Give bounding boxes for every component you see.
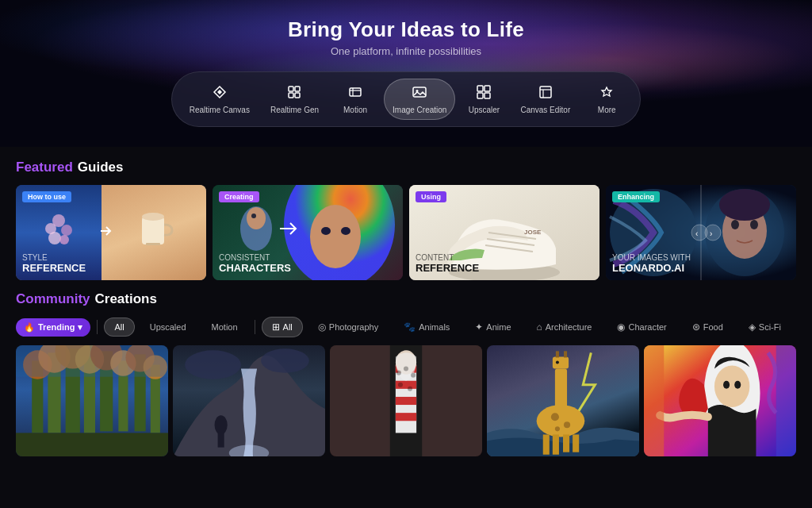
svg-rect-11 — [477, 93, 483, 98]
character-icon: ◉ — [617, 321, 625, 333]
svg-point-104 — [714, 366, 749, 408]
featured-rest: Guides — [78, 160, 124, 175]
svg-point-25 — [341, 227, 350, 235]
guide-tag: Creating — [219, 191, 259, 202]
svg-point-42 — [750, 220, 758, 229]
filter-divider — [97, 320, 98, 334]
trending-filter[interactable]: 🔥 Trending ▾ — [16, 318, 90, 337]
svg-point-83 — [396, 371, 401, 375]
svg-rect-91 — [556, 351, 559, 357]
filter-label: Food — [703, 322, 723, 332]
svg-rect-1 — [295, 87, 300, 91]
filter-food[interactable]: ⊛ Food — [682, 317, 733, 337]
guide-card-style-reference[interactable]: How to use STYLE REFERENCE — [16, 185, 206, 280]
canvas-editor-icon — [538, 84, 553, 102]
nav-pill-realtime-gen[interactable]: Realtime Gen — [262, 79, 327, 119]
community-accent: Community — [16, 291, 90, 307]
svg-point-17 — [48, 232, 61, 244]
svg-point-97 — [555, 426, 560, 431]
community-image-3[interactable] — [330, 345, 482, 456]
nav-pill-more[interactable]: More — [583, 79, 630, 119]
filter-character[interactable]: ◉ Character — [607, 317, 676, 337]
svg-rect-105 — [644, 345, 664, 456]
hero-section: Bring Your Ideas to Life One platform, i… — [0, 0, 812, 147]
nav-pill-label: Realtime Gen — [270, 106, 319, 114]
filter-upscaled[interactable]: Upscaled — [140, 318, 197, 337]
community-image-4[interactable] — [487, 345, 639, 456]
svg-point-108 — [734, 381, 741, 389]
scifi-icon: ◈ — [749, 321, 756, 333]
upscaler-icon — [476, 84, 492, 102]
svg-rect-9 — [477, 86, 483, 91]
nav-pill-motion[interactable]: Motion — [331, 79, 379, 119]
images-grid — [16, 345, 796, 456]
svg-rect-99 — [553, 434, 559, 454]
svg-point-69 — [215, 415, 228, 434]
svg-point-86 — [398, 383, 403, 387]
guide-tag: Enhancing — [612, 191, 660, 202]
guide-card-text: YOUR IMAGES WITH LEONARDO.AI — [612, 253, 691, 274]
svg-rect-13 — [540, 87, 551, 98]
svg-point-28 — [251, 214, 256, 218]
guide-card-consistent-characters[interactable]: Creating CONSISTENT CHARACTERS — [213, 185, 403, 280]
realtime-canvas-icon — [212, 84, 228, 102]
svg-rect-74 — [330, 345, 394, 456]
svg-point-84 — [404, 367, 408, 371]
svg-rect-89 — [555, 369, 567, 410]
guide-card-content-reference[interactable]: JOSE Using CONTENT REFERENCE — [409, 185, 599, 280]
community-image-5[interactable] — [644, 345, 796, 456]
featured-guides-header: Featured Guides — [16, 160, 796, 175]
community-image-2[interactable] — [173, 345, 325, 456]
filter-scifi[interactable]: ◈ Sci-Fi — [738, 317, 791, 337]
nav-pill-label: Upscaler — [469, 106, 500, 114]
community-header: Community Creations — [16, 291, 796, 307]
svg-point-85 — [411, 373, 416, 378]
svg-point-23 — [310, 205, 361, 268]
nav-pill-canvas-editor[interactable]: Canvas Editor — [512, 79, 578, 119]
svg-point-94 — [537, 405, 585, 437]
filter-architecture[interactable]: ⌂ Architecture — [527, 317, 603, 337]
community-image-1[interactable] — [16, 345, 168, 456]
filter-label: Character — [628, 322, 666, 332]
filter-divider2 — [255, 320, 255, 334]
nav-pills: Realtime Canvas Realtime Gen — [171, 71, 641, 127]
nav-pill-label: Realtime Canvas — [190, 106, 250, 114]
svg-point-46 — [705, 225, 721, 241]
image-creation-icon — [412, 84, 427, 102]
svg-text:›: › — [710, 229, 712, 238]
svg-rect-70 — [218, 433, 224, 447]
svg-point-20 — [142, 213, 164, 221]
filter-label: Upscaled — [150, 322, 186, 332]
nav-pill-upscaler[interactable]: Upscaler — [460, 79, 508, 119]
community-rest: Creations — [95, 291, 157, 307]
filter-photography[interactable]: ◎ Photography — [308, 317, 389, 337]
svg-rect-4 — [350, 88, 361, 96]
svg-point-71 — [185, 350, 241, 379]
filter-motion[interactable]: Motion — [201, 318, 248, 337]
filter-all-cat[interactable]: ⊞ All — [262, 317, 303, 337]
svg-point-95 — [551, 413, 559, 421]
grid-icon: ⊞ — [272, 321, 280, 333]
guide-tag: Using — [416, 191, 446, 202]
svg-rect-12 — [485, 93, 490, 98]
nav-pill-label: Motion — [343, 106, 367, 114]
svg-point-41 — [731, 220, 739, 229]
nav-pill-image-creation[interactable]: Image Creation — [384, 79, 455, 120]
svg-point-24 — [321, 227, 331, 235]
svg-point-72 — [261, 348, 309, 372]
filter-label: Animals — [419, 322, 450, 332]
guide-card-enhance[interactable]: ‹ › Enhancing YOUR IMAGES WITH LEONARDO.… — [606, 185, 796, 280]
svg-rect-81 — [396, 413, 416, 421]
filter-animals[interactable]: 🐾 Animals — [393, 317, 460, 337]
fire-icon: 🔥 — [24, 322, 35, 333]
nav-pill-realtime-canvas[interactable]: Realtime Canvas — [182, 79, 258, 119]
svg-text:JOSE: JOSE — [524, 229, 542, 236]
nav-pill-label: More — [598, 106, 616, 114]
svg-point-107 — [723, 381, 730, 389]
filter-label: Sci-Fi — [759, 322, 781, 332]
filter-anime[interactable]: ✦ Anime — [465, 317, 521, 337]
svg-point-16 — [61, 225, 72, 236]
filter-all-main[interactable]: All — [104, 318, 134, 337]
svg-point-27 — [247, 207, 266, 229]
motion-icon — [347, 84, 363, 102]
